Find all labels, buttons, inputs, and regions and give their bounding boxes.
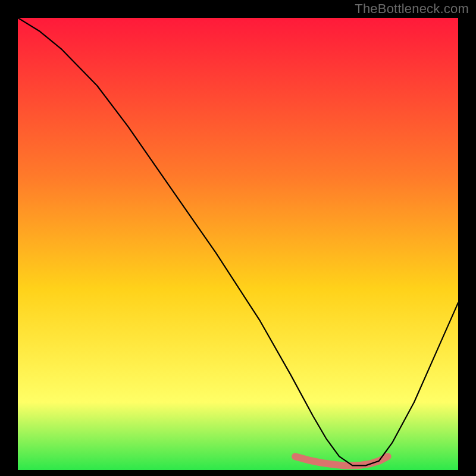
bottleneck-chart xyxy=(18,18,458,470)
gradient-background xyxy=(18,18,458,470)
watermark-text: TheBottleneck.com xyxy=(355,1,469,17)
chart-container: TheBottleneck.com xyxy=(0,0,476,476)
